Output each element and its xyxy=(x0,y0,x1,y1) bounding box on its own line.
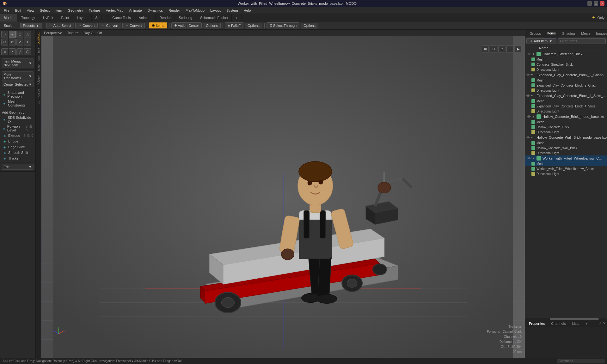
menu-view[interactable]: View xyxy=(24,8,37,13)
falloff-button[interactable]: ◈ Falloff xyxy=(225,22,243,28)
lists-tab[interactable]: Lists xyxy=(570,321,582,326)
bridge-item[interactable]: ◈ Bridge xyxy=(1,138,34,144)
vis-eye-4[interactable]: 👁 xyxy=(526,115,531,118)
tab-setup[interactable]: Setup xyxy=(92,14,109,21)
mesh-constraints-item[interactable]: ◈ Mesh Constraints xyxy=(1,99,34,108)
items-button[interactable]: ◉ Items xyxy=(149,22,167,28)
menu-render[interactable]: Render xyxy=(166,8,182,13)
menu-file[interactable]: File xyxy=(1,8,12,13)
menu-vertex-map[interactable]: Vertex Map xyxy=(103,8,126,13)
item-row-mesh-3[interactable]: Mesh xyxy=(525,99,607,104)
group-header-hollow-wall[interactable]: 👁 ▼ Hollow_Concrete_Wall_Brick_modo_base… xyxy=(525,135,607,140)
bottom-expand-btn[interactable]: ⤢ xyxy=(599,321,602,325)
menu-edit[interactable]: Edit xyxy=(13,8,24,13)
ls-tab-polygon[interactable]: Polygon xyxy=(37,73,40,87)
channels-tab[interactable]: Channels xyxy=(549,321,568,326)
item-row-mesh-2[interactable]: Mesh xyxy=(525,78,607,83)
move-tool[interactable]: ⊙ xyxy=(1,39,8,46)
vis-eye-5[interactable]: 👁 xyxy=(526,136,530,139)
ls-tab-mesh-edit[interactable]: Mesh Edit xyxy=(37,46,40,63)
viewport-canvas[interactable]: ⊞ ↺ ⊕ □ ▶ X Z Y No Items Po xyxy=(41,36,525,358)
viewport-area[interactable]: Perspective Texture Ray GL: Off xyxy=(41,30,525,358)
item-row-clay-2[interactable]: Expanded_Clay_Concrete_Block_2_Cha... xyxy=(525,83,607,88)
vis-eye-3[interactable]: 👁 xyxy=(526,94,530,98)
menu-dynamics[interactable]: Dynamics xyxy=(145,8,165,13)
edge-mode-tool[interactable]: ╱ xyxy=(16,48,23,55)
tab-game-tools[interactable]: Game Tools xyxy=(108,14,135,21)
tab-groups[interactable]: Groups xyxy=(526,30,544,37)
edge-slice-item[interactable]: ◈ Edge Slice xyxy=(1,144,34,150)
convert-button-3[interactable]: ↔ Convert xyxy=(122,23,145,28)
tab-items[interactable]: Items xyxy=(544,30,559,37)
select-circle-tool[interactable]: ○ xyxy=(1,31,8,38)
tab-animate[interactable]: Animate xyxy=(135,14,156,21)
extrude-item[interactable]: ◈ Extrude Shift-X xyxy=(1,133,34,138)
action-center-button[interactable]: ⊕ Action Center xyxy=(171,22,202,28)
filter-items-input[interactable] xyxy=(558,38,606,44)
menu-select[interactable]: Select xyxy=(37,8,52,13)
group-header-concrete-stretcher[interactable]: 👁 ▼ Concrete_Stretcher_Brick xyxy=(525,51,607,57)
close-button[interactable]: ✕ xyxy=(600,1,604,6)
ls-tab-edge[interactable]: Edge xyxy=(37,63,40,73)
polygon-bevel-item[interactable]: ◈ Polygon Bevel Shift-B xyxy=(1,124,34,133)
select-through-button[interactable]: ⊡ Select Through xyxy=(267,22,299,28)
item-row-mesh-1[interactable]: Mesh xyxy=(525,57,607,62)
command-input[interactable] xyxy=(557,359,604,363)
viewport-ctrl-3[interactable]: ⊕ xyxy=(498,46,505,52)
group-header-hollow-brick[interactable]: 👁 ▼ Hollow_Concrete_Brick_modo_base.lxo xyxy=(525,114,607,119)
convert-button-2[interactable]: ↔ Convert xyxy=(99,23,121,28)
menu-layout[interactable]: Layout xyxy=(208,8,223,13)
vis-eye-1[interactable]: 👁 xyxy=(526,52,531,56)
item-row-clay-4[interactable]: Expanded_Clay_Concrete_Block_4_Slots xyxy=(525,104,607,109)
item-row-worker[interactable]: Worker_with_Filled_Wheelbarrow_Concr... xyxy=(525,166,607,171)
properties-tab[interactable]: Properties xyxy=(526,321,547,326)
menu-help[interactable]: Help xyxy=(241,8,254,13)
item-row-light-6[interactable]: Directional Light xyxy=(525,171,607,176)
menu-geometry[interactable]: Geometry xyxy=(65,8,85,13)
scale-tool[interactable]: ↗ xyxy=(16,39,23,46)
sculpt-button[interactable]: Sculpt xyxy=(1,23,16,28)
convert-button-1[interactable]: ↔ Convert xyxy=(75,23,98,28)
item-row-hollow-wall[interactable]: Hollow_Concrete_Wall_Brick xyxy=(525,145,607,150)
tab-shading[interactable]: Shading xyxy=(559,30,578,37)
viewport-ctrl-2[interactable]: ↺ xyxy=(490,46,497,52)
rotate-tool[interactable]: ↺ xyxy=(9,39,16,46)
options-button-3[interactable]: Options xyxy=(301,23,318,28)
vis-eye-2[interactable]: 👁 xyxy=(526,73,530,77)
minimize-button[interactable]: — xyxy=(587,1,592,6)
item-menu-dropdown[interactable]: Item Menu: New Item ▼ xyxy=(2,58,34,68)
snaps-precision-item[interactable]: ◈ Snaps and Precision xyxy=(1,90,34,99)
menu-item[interactable]: Item xyxy=(53,8,64,13)
group-header-expanded-clay-2[interactable]: 👁 ▼ Expanded_Clay_Concrete_Block_2_Chann… xyxy=(525,72,607,78)
tab-schematic-fusion[interactable]: Schematic Fusion xyxy=(196,14,232,21)
tab-mesh[interactable]: Mesh xyxy=(578,30,593,37)
more-transforms-dropdown[interactable]: More Transforms ▼ xyxy=(2,71,34,81)
item-row-light-5[interactable]: Directional Light xyxy=(525,150,607,155)
add-geometry-header[interactable]: Add Geometry xyxy=(1,110,34,115)
viewport-ctrl-5[interactable]: ▶ xyxy=(515,46,522,52)
tab-uvedit[interactable]: UvEdit xyxy=(39,14,57,21)
ls-tab-uv[interactable]: UV xyxy=(37,99,40,106)
tab-add[interactable]: + xyxy=(232,14,242,21)
options-button-2[interactable]: Options xyxy=(245,23,262,28)
add-panel-tab[interactable]: + xyxy=(583,321,590,326)
poly-mode-tool[interactable]: ⬡ xyxy=(24,48,31,55)
item-row-light-4[interactable]: Directional Light xyxy=(525,130,607,135)
tab-model[interactable]: Model xyxy=(0,14,17,21)
options-button-1[interactable]: Options xyxy=(203,23,221,28)
star-button[interactable]: ★ xyxy=(592,15,595,20)
item-row-light-1[interactable]: Directional Light xyxy=(525,67,607,72)
tab-images[interactable]: Images xyxy=(593,30,607,37)
vertex-mode-tool[interactable]: • xyxy=(9,48,16,55)
item-row-brick-1[interactable]: Concrete_Stretcher_Brick xyxy=(525,62,607,67)
presets-button[interactable]: Presets ▼ xyxy=(20,23,42,28)
viewport-perspective[interactable]: Perspective xyxy=(44,31,62,35)
auto-select-button[interactable]: → Auto Select xyxy=(46,23,74,28)
viewport-ctrl-1[interactable]: ⊞ xyxy=(482,46,489,52)
maximize-button[interactable]: □ xyxy=(594,1,598,6)
menu-maxtomodo[interactable]: MaxToModo xyxy=(183,8,207,13)
item-row-mesh-5[interactable]: Mesh xyxy=(525,140,607,145)
viewport-raygl[interactable]: Ray GL: Off xyxy=(84,31,102,35)
smooth-shift-item[interactable]: ◈ Smooth Shift xyxy=(1,150,34,155)
ls-tab-curve[interactable]: Curve xyxy=(37,87,40,99)
